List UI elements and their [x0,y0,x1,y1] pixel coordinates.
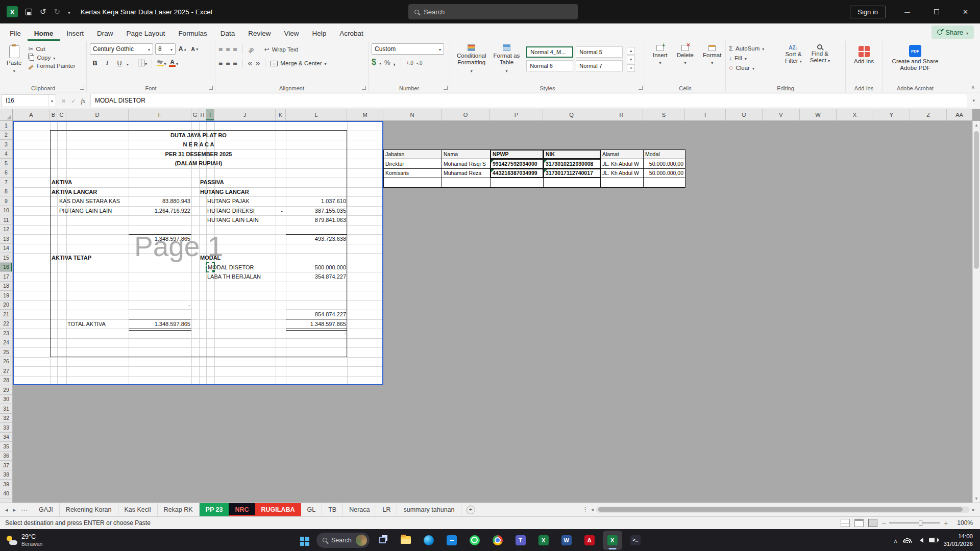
fill-color-button[interactable] [156,58,166,68]
decrease-font-icon[interactable]: A▼ [190,44,200,55]
personnel-header-modal[interactable]: Modal [643,149,685,160]
start-button[interactable] [293,531,313,550]
zoom-out-icon[interactable]: − [882,519,886,527]
font-size-combo[interactable]: 8 [155,43,176,55]
font-dialog-launcher[interactable] [209,86,213,90]
row-header-21[interactable]: 21 [0,310,12,319]
minimize-button[interactable] [893,0,922,23]
close-button[interactable] [951,0,980,23]
cell-hutang-direksi-value[interactable]: 387.155.035 [286,206,346,216]
taskbar-search[interactable]: Search [316,533,370,548]
column-header-L[interactable]: L [286,109,347,120]
customize-toolbar-chevron-icon[interactable] [68,7,70,16]
find-select-button[interactable]: Find & Select [806,43,834,84]
cell-aktiva-tetap-header[interactable]: AKTIVA TETAP [52,253,91,263]
clipboard-dialog-launcher[interactable] [80,86,84,90]
cell-hutang-lancar-header[interactable]: HUTANG LANCAR [200,187,249,197]
ribbon-tab-data[interactable]: Data [214,26,242,41]
column-header-O[interactable]: O [442,109,490,120]
column-header-P[interactable]: P [490,109,543,120]
row-header-3[interactable]: 3 [0,140,12,149]
cell-style-normal-5[interactable]: Normal 5 [576,46,623,58]
personnel-cell-r2c5[interactable]: JL. Kh Abdul W [600,168,644,179]
ribbon-tab-home[interactable]: Home [28,26,60,41]
personnel-header-nik[interactable]: NIK [543,149,601,160]
paste-dropdown-icon[interactable] [13,67,15,73]
cell-hutang-pajak-label[interactable]: HUTANG PAJAK [207,196,250,206]
font-color-button[interactable]: A [168,58,179,68]
name-box-chevron-icon[interactable] [51,97,53,104]
column-header-AA[interactable]: AA [947,109,972,120]
row-header-29[interactable]: 29 [0,385,12,395]
personnel-cell-r1c6[interactable]: 50.000.000,00 [643,159,685,169]
cell-hutang-pajak-value[interactable]: 1.037.610 [286,196,346,206]
row-header-11[interactable]: 11 [0,215,12,225]
taskbar-task-view-icon[interactable] [373,531,393,550]
personnel-empty-cell[interactable] [643,178,685,188]
formula-input[interactable]: MODAL DISETOR [91,94,967,107]
row-header-12[interactable]: 12 [0,225,12,235]
column-header-C[interactable]: C [57,109,66,120]
name-box[interactable]: I16 [1,94,56,107]
accounting-format-icon[interactable] [372,58,376,67]
ribbon-tab-acrobat[interactable]: Acrobat [333,26,370,41]
increase-decimal-icon[interactable] [406,58,413,67]
tab-options-icon[interactable] [582,506,589,513]
expand-formula-bar-icon[interactable]: ▾ [967,98,980,103]
row-header-30[interactable]: 30 [0,395,12,405]
page-break-view-icon[interactable] [868,519,877,527]
personnel-cell-r1c1[interactable]: Direktur [383,159,442,169]
column-header-K[interactable]: K [276,109,286,120]
font-name-combo[interactable]: Century Gothic [90,43,153,55]
column-header-X[interactable]: X [837,109,873,120]
row-header-1[interactable]: 1 [0,121,12,131]
sheet-grid[interactable]: DUTA JAYA PLAT RON E R A C APER 31 DESEM… [13,121,972,503]
row-header-25[interactable]: 25 [0,347,12,357]
tab-scroll-right-icon[interactable] [11,507,18,513]
cell-piutang-value[interactable]: 1.264.716.922 [129,206,190,216]
row-header-36[interactable]: 36 [0,452,12,461]
cancel-formula-icon[interactable] [61,96,66,105]
insert-cells-button[interactable]: Insert [648,43,672,84]
zoom-slider[interactable] [889,522,940,523]
clear-button[interactable]: Clear [729,64,781,71]
battery-icon[interactable] [929,538,938,542]
comma-style-icon[interactable] [393,58,395,67]
sheet-tab-rekap-rk[interactable]: Rekap RK [158,503,200,516]
cell-laba-value[interactable]: 354.874.227 [286,272,346,282]
underline-dropdown-icon[interactable] [127,59,129,68]
taskbar-teams-icon[interactable] [511,531,530,550]
gallery-down-icon[interactable]: ▼ [627,56,635,63]
cell-company[interactable]: DUTA JAYA PLAT RO [50,131,347,140]
format-cells-button[interactable]: Format [698,43,726,84]
align-center-icon[interactable] [226,59,230,68]
cell-period[interactable]: PER 31 DESEMBER 2025 [50,149,347,159]
format-as-table-button[interactable]: Format asTable [490,43,524,84]
column-header-J[interactable]: J [214,109,276,120]
conditional-formatting-button[interactable]: ConditionalFormatting [453,43,490,84]
taskbar-terminal-icon[interactable] [626,531,645,550]
enter-formula-icon[interactable] [71,96,76,105]
row-header-27[interactable]: 27 [0,366,12,376]
cell-hutang-lain-label[interactable]: HUTANG LAIN LAIN [207,215,259,225]
ribbon-tab-draw[interactable]: Draw [90,26,120,41]
column-header-B[interactable]: B [50,109,57,120]
personnel-cell-r2c2[interactable]: Muhamad Reza [442,168,491,179]
sheet-tab-neraca[interactable]: Neraca [343,503,376,516]
zoom-slider-thumb[interactable] [919,520,922,526]
row-header-22[interactable]: 22 [0,319,12,329]
personnel-header-jabatan[interactable]: Jabatan [383,149,442,160]
cell-hutang-direksi-label[interactable]: HUTANG DIREKSI [207,206,255,216]
row-header-7[interactable]: 7 [0,178,12,187]
scroll-down-icon[interactable]: ▼ [973,494,980,503]
taskbar-acrobat-icon[interactable] [580,531,599,550]
row-header-2[interactable]: 2 [0,131,12,140]
ribbon-tab-formulas[interactable]: Formulas [172,26,213,41]
cell-laba-label[interactable]: LABA TH BERJALAN [207,272,261,282]
paste-button[interactable]: Paste [3,43,25,84]
share-button[interactable]: Share [932,26,974,39]
row-header-35[interactable]: 35 [0,442,12,452]
decrease-decimal-icon[interactable] [416,58,423,67]
ribbon-tab-view[interactable]: View [277,26,305,41]
sheet-tab-rekening-koran[interactable]: Rekening Koran [60,503,118,516]
